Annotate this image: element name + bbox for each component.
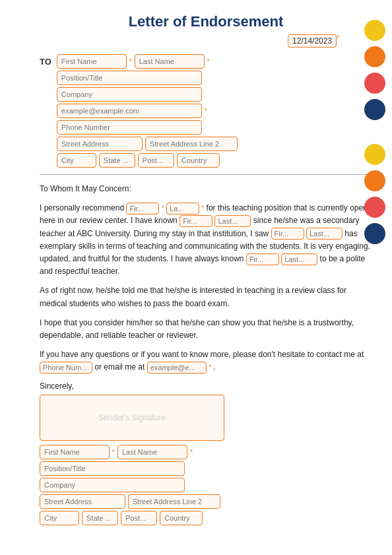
circle-navy-2 bbox=[364, 223, 385, 244]
paragraph-2: As of right now, he/she told me that he/… bbox=[40, 284, 372, 310]
to-fields: * * * bbox=[57, 54, 238, 168]
phone-row bbox=[57, 120, 238, 135]
city-state-row bbox=[57, 153, 238, 168]
to-postal[interactable] bbox=[138, 153, 174, 168]
date-field[interactable]: 12/14/2023 bbox=[288, 34, 337, 48]
inline-last-2[interactable] bbox=[214, 215, 251, 227]
to-last-name[interactable] bbox=[135, 54, 205, 69]
to-street2[interactable] bbox=[145, 137, 238, 151]
to-section: TO * * * bbox=[40, 54, 372, 168]
sender-company-row bbox=[40, 478, 372, 492]
to-city[interactable] bbox=[57, 153, 96, 168]
inline-last-1[interactable] bbox=[166, 203, 199, 214]
to-label: TO bbox=[40, 57, 51, 67]
body-text: To Whom It May Concern: I personally rec… bbox=[40, 183, 372, 374]
page: Letter of Endorsement 12/14/2023 * TO * … bbox=[0, 0, 392, 555]
signature-box[interactable]: Sender's Signature bbox=[40, 395, 224, 441]
signature-placeholder: Sender's Signature bbox=[98, 413, 166, 422]
circle-red-1 bbox=[364, 73, 385, 94]
name-row: * * bbox=[57, 54, 238, 69]
position-row bbox=[57, 71, 238, 85]
to-street[interactable] bbox=[57, 137, 143, 151]
inline-first-1[interactable] bbox=[126, 203, 159, 214]
inline-first-2[interactable] bbox=[180, 215, 212, 227]
sender-street[interactable] bbox=[40, 494, 125, 509]
sincerely-label: Sincerely, bbox=[40, 381, 372, 391]
circle-navy-1 bbox=[364, 99, 385, 120]
company-row bbox=[57, 87, 238, 102]
divider bbox=[40, 174, 372, 175]
inline-email[interactable] bbox=[147, 362, 207, 374]
inline-first-4[interactable] bbox=[246, 253, 279, 265]
sender-street-row bbox=[40, 494, 372, 509]
date-row: 12/14/2023 * bbox=[40, 34, 339, 48]
sender-company[interactable] bbox=[40, 478, 185, 492]
circle-red-2 bbox=[364, 197, 385, 218]
inline-last-4[interactable] bbox=[281, 253, 317, 265]
circle-orange-2 bbox=[364, 170, 385, 191]
to-position[interactable] bbox=[57, 71, 202, 85]
decorative-circles bbox=[364, 20, 385, 244]
sender-street2[interactable] bbox=[128, 494, 220, 509]
sender-city-state-row bbox=[40, 511, 372, 525]
sender-position[interactable] bbox=[40, 461, 185, 476]
sender-fields: * * bbox=[40, 445, 372, 525]
circle-orange-1 bbox=[364, 46, 385, 67]
sender-name-row: * * bbox=[40, 445, 372, 459]
sender-last-name[interactable] bbox=[117, 445, 187, 459]
circle-yellow-2 bbox=[364, 144, 385, 165]
sender-postal[interactable] bbox=[121, 511, 157, 525]
paragraph-3: I hope that you consider him/her so that… bbox=[40, 317, 372, 342]
sender-state[interactable] bbox=[82, 511, 118, 525]
page-title: Letter of Endorsement bbox=[40, 13, 372, 30]
to-company[interactable] bbox=[57, 87, 202, 102]
paragraph-4: If you have any questions or if you want… bbox=[40, 348, 372, 374]
street-row bbox=[57, 137, 238, 151]
salutation: To Whom It May Concern: bbox=[40, 183, 372, 195]
paragraph-1: I personally recommend * * for this teac… bbox=[40, 202, 372, 278]
sender-first-name[interactable] bbox=[40, 445, 110, 459]
circle-yellow-1 bbox=[364, 20, 385, 41]
inline-first-3[interactable] bbox=[271, 228, 304, 240]
sender-city[interactable] bbox=[40, 511, 79, 525]
to-phone[interactable] bbox=[57, 120, 202, 135]
to-country[interactable] bbox=[177, 153, 220, 168]
sender-position-row bbox=[40, 461, 372, 476]
sender-country[interactable] bbox=[160, 511, 203, 525]
email-row: * bbox=[57, 104, 238, 118]
to-first-name[interactable] bbox=[57, 54, 127, 69]
to-email[interactable] bbox=[57, 104, 202, 118]
inline-last-3[interactable] bbox=[306, 228, 343, 240]
inline-phone[interactable] bbox=[40, 362, 92, 374]
date-required: * bbox=[337, 34, 339, 48]
to-state[interactable] bbox=[99, 153, 135, 168]
